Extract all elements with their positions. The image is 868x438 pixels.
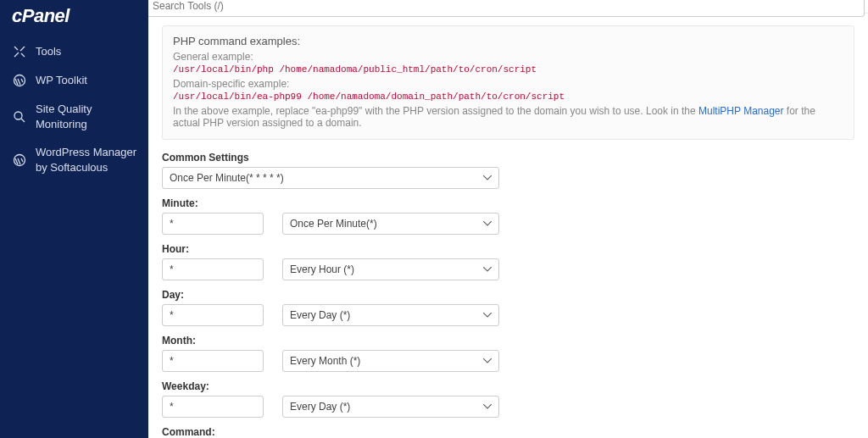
sidebar-item-site-quality[interactable]: Site Quality Monitoring <box>0 95 148 138</box>
examples-general-label: General example: <box>173 51 843 63</box>
multiphp-link[interactable]: MultiPHP Manager <box>698 105 784 117</box>
logo: cPanel <box>0 0 148 37</box>
examples-note: In the above example, replace "ea-php99"… <box>173 105 843 129</box>
day-label: Day: <box>162 289 854 301</box>
topbar <box>148 0 868 14</box>
month-preset-select[interactable]: Every Month (*) <box>282 350 499 372</box>
logo-text: cPanel <box>12 5 70 26</box>
weekday-label: Weekday: <box>162 380 854 392</box>
main: PHP command examples: General example: /… <box>148 0 868 438</box>
wordpress-icon <box>12 152 27 168</box>
search-input[interactable] <box>148 0 865 17</box>
content: PHP command examples: General example: /… <box>148 14 868 438</box>
day-input[interactable] <box>162 304 264 326</box>
examples-note-pre: In the above example, replace "ea-php99"… <box>173 105 698 117</box>
sidebar-item-label: Site Quality Monitoring <box>36 102 136 131</box>
sidebar-item-wp-toolkit[interactable]: WP Toolkit <box>0 66 148 95</box>
sidebar: cPanel Tools WP Toolkit Site Quality Mon… <box>0 0 148 438</box>
month-input[interactable] <box>162 350 264 372</box>
common-settings-select[interactable]: Once Per Minute(* * * * *) <box>162 167 499 189</box>
wordpress-icon <box>12 73 27 88</box>
sidebar-item-wp-manager[interactable]: WordPress Manager by Softaculous <box>0 138 148 181</box>
examples-domain-label: Domain-specific example: <box>173 78 843 90</box>
minute-preset-select[interactable]: Once Per Minute(*) <box>282 213 499 235</box>
tools-icon <box>12 44 27 59</box>
weekday-input[interactable] <box>162 396 264 418</box>
examples-title: PHP command examples: <box>173 35 843 47</box>
sidebar-item-tools[interactable]: Tools <box>0 37 148 66</box>
weekday-preset-select[interactable]: Every Day (*) <box>282 396 499 418</box>
sidebar-item-label: WP Toolkit <box>36 73 87 88</box>
hour-label: Hour: <box>162 243 854 255</box>
examples-domain-code: /usr/local/bin/ea-php99 /home/namadoma/d… <box>173 91 843 102</box>
sidebar-item-label: Tools <box>36 44 61 59</box>
sidebar-item-label: WordPress Manager by Softaculous <box>36 145 136 175</box>
hour-preset-select[interactable]: Every Hour (*) <box>282 258 499 280</box>
day-preset-select[interactable]: Every Day (*) <box>282 304 499 326</box>
magnifier-icon <box>12 109 27 125</box>
examples-box: PHP command examples: General example: /… <box>162 25 854 140</box>
common-settings-label: Common Settings <box>162 152 854 164</box>
command-label: Command: <box>162 426 854 438</box>
minute-input[interactable] <box>162 213 264 235</box>
month-label: Month: <box>162 335 854 347</box>
minute-label: Minute: <box>162 197 854 209</box>
hour-input[interactable] <box>162 258 264 280</box>
examples-general-code: /usr/local/bin/php /home/namadoma/public… <box>173 64 843 75</box>
svg-point-1 <box>14 112 22 119</box>
